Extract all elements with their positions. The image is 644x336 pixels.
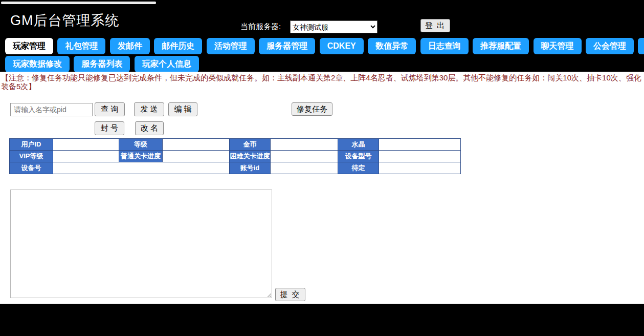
page-title: GM后台管理系统 xyxy=(10,11,120,30)
tab-value-anomaly[interactable]: 数值异常 xyxy=(368,38,416,54)
current-server-label: 当前服务器: xyxy=(240,22,281,32)
tab-gift-package-management[interactable]: 礼包管理 xyxy=(57,38,105,54)
tab-chat-management[interactable]: 聊天管理 xyxy=(534,38,582,54)
result-textarea[interactable] xyxy=(10,190,272,298)
subtab-player-data-edit[interactable]: 玩家数据修改 xyxy=(5,56,70,72)
subtab-player-personal-info[interactable]: 玩家个人信息 xyxy=(135,56,199,72)
cell-vip-level-value xyxy=(53,151,119,162)
main-content: 【注意：修复任务功能只能修复已达到完成条件，但未完成的类似成就任务。如：主线副本… xyxy=(0,72,644,304)
tab-mail-history[interactable]: 邮件历史 xyxy=(154,38,202,54)
player-info-table: 用户ID 等级 金币 水晶 VIP等级 普通关卡进度 困难关卡进度 设备型号 设… xyxy=(9,138,461,174)
cell-gold-value xyxy=(271,139,338,151)
header-gold: 金币 xyxy=(230,139,271,151)
header-normal-stage: 普通关卡进度 xyxy=(119,151,163,162)
table-row: 设备号 账号id 待定 xyxy=(10,162,461,174)
player-search-input[interactable] xyxy=(10,103,93,116)
ban-account-button[interactable]: 封 号 xyxy=(95,121,124,135)
tab-vip-shop[interactable]: VIP商店 xyxy=(638,38,644,54)
cell-hard-stage-value xyxy=(271,151,338,162)
cell-device-no-value xyxy=(53,162,230,174)
query-button[interactable]: 查 询 xyxy=(95,102,125,116)
tab-server-management[interactable]: 服务器管理 xyxy=(259,38,315,54)
tab-activity-management[interactable]: 活动管理 xyxy=(207,38,255,54)
cell-level-value xyxy=(163,139,230,151)
header-tbd: 待定 xyxy=(338,162,379,174)
header-device-model: 设备型号 xyxy=(338,151,379,162)
cell-tbd-value xyxy=(379,162,461,174)
repair-task-notice: 【注意：修复任务功能只能修复已达到完成条件，但未完成的类似成就任务。如：主线副本… xyxy=(0,72,644,91)
table-row: 用户ID 等级 金币 水晶 xyxy=(10,139,461,151)
cell-user-id-value xyxy=(53,139,119,151)
header-level: 等级 xyxy=(119,139,163,151)
cell-normal-stage-value xyxy=(163,151,230,162)
header-account-id: 账号id xyxy=(230,162,271,174)
tab-recommended-server-config[interactable]: 推荐服配置 xyxy=(473,38,529,54)
cell-account-id-value xyxy=(271,162,338,174)
header-hard-stage: 困难关卡进度 xyxy=(230,151,271,162)
header-user-id: 用户ID xyxy=(10,139,53,151)
send-button[interactable]: 发 送 xyxy=(134,102,164,116)
tab-guild-management[interactable]: 公会管理 xyxy=(586,38,634,54)
header-crystal: 水晶 xyxy=(338,139,379,151)
header-vip-level: VIP等级 xyxy=(10,151,53,162)
primary-tab-bar: 玩家管理 礼包管理 发邮件 邮件历史 活动管理 服务器管理 CDKEY 数值异常… xyxy=(5,38,644,54)
rename-button[interactable]: 改 名 xyxy=(135,121,164,135)
repair-task-button[interactable]: 修复任务 xyxy=(292,102,332,116)
subtab-server-list[interactable]: 服务器列表 xyxy=(74,56,130,72)
table-row: VIP等级 普通关卡进度 困难关卡进度 设备型号 xyxy=(10,151,461,162)
tab-cdkey[interactable]: CDKEY xyxy=(320,38,364,54)
tab-player-management[interactable]: 玩家管理 xyxy=(5,38,53,54)
secondary-tab-bar: 玩家数据修改 服务器列表 玩家个人信息 xyxy=(5,56,201,72)
header: GM后台管理系统 当前服务器: 女神测试服 登 出 xyxy=(0,0,644,38)
logout-button[interactable]: 登 出 xyxy=(420,19,450,32)
server-select[interactable]: 女神测试服 xyxy=(290,20,377,33)
header-device-no: 设备号 xyxy=(10,162,53,174)
tab-send-mail[interactable]: 发邮件 xyxy=(110,38,150,54)
tab-log-query[interactable]: 日志查询 xyxy=(420,38,469,54)
cell-crystal-value xyxy=(379,139,461,151)
cell-device-model-value xyxy=(379,151,461,162)
submit-button[interactable]: 提 交 xyxy=(275,288,305,301)
edit-button[interactable]: 编 辑 xyxy=(168,102,197,116)
